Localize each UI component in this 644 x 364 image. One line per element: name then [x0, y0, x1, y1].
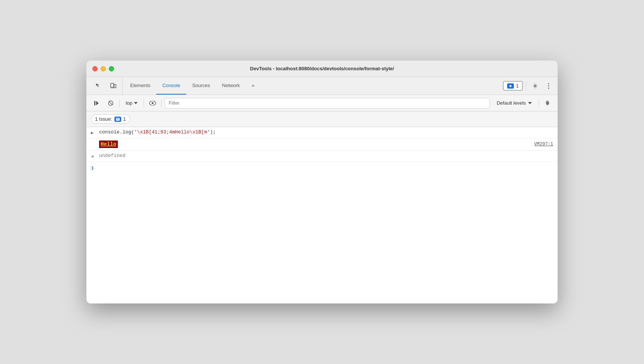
- console-log-row: ▶ console.log('\x1B[41;93;4mHello\x1B[m'…: [86, 127, 558, 138]
- svg-rect-1: [114, 84, 116, 88]
- titlebar: DevTools - localhost:8080/docs/devtools/…: [86, 61, 558, 77]
- context-selector[interactable]: top: [123, 99, 141, 107]
- svg-marker-7: [96, 101, 99, 105]
- issues-badge-count: 1: [516, 83, 519, 89]
- tab-console[interactable]: Console: [156, 77, 186, 95]
- console-toolbar: top Default levels: [86, 95, 558, 111]
- issues-label: 1 Issue:: [95, 116, 112, 122]
- context-label: top: [126, 100, 132, 106]
- issues-count-pill: 1: [123, 116, 126, 122]
- vm-link[interactable]: VM297:1: [534, 142, 553, 147]
- clear-console-button[interactable]: [91, 98, 102, 109]
- svg-rect-6: [94, 101, 95, 105]
- svg-point-3: [548, 83, 549, 84]
- inspect-icon: [95, 83, 102, 89]
- issues-bar: 1 Issue: 1: [86, 111, 558, 127]
- separator3: [161, 99, 162, 107]
- gear-icon: [532, 83, 539, 89]
- chat-icon: ■: [507, 83, 514, 89]
- svg-line-9: [109, 101, 112, 104]
- filter-input[interactable]: [165, 98, 490, 108]
- play-icon: [93, 100, 99, 106]
- default-levels-button[interactable]: Default levels: [493, 99, 536, 107]
- separator: [526, 81, 526, 90]
- vertical-dots-icon: [548, 83, 549, 89]
- block-icon: [108, 100, 114, 106]
- tab-network[interactable]: Network: [216, 77, 246, 95]
- settings-button[interactable]: [529, 80, 541, 92]
- default-levels-label: Default levels: [497, 100, 526, 106]
- console-output: ▶ console.log('\x1B[41;93;4mHello\x1B[m'…: [86, 127, 558, 303]
- more-options-button[interactable]: [543, 80, 555, 92]
- device-icon: [110, 83, 117, 89]
- expand-arrow[interactable]: ▶: [91, 130, 96, 136]
- devtools-window: DevTools - localhost:8080/docs/devtools/…: [86, 61, 558, 303]
- svg-point-4: [548, 85, 549, 86]
- eye-icon: [149, 101, 156, 105]
- svg-marker-12: [528, 102, 532, 104]
- levels-dropdown-icon: [528, 102, 532, 104]
- prompt-chevron: ❯: [91, 165, 94, 171]
- console-code: console.log('\x1B[41;93;4mHello\x1B[m');: [99, 129, 553, 135]
- dropdown-arrow-icon: [134, 102, 138, 104]
- device-toolbar-button[interactable]: [107, 80, 119, 92]
- issues-badge-pill: [114, 117, 121, 122]
- inspect-element-button[interactable]: [92, 80, 104, 92]
- console-hello-row: Hello VM297:1: [86, 138, 558, 151]
- tabbar-right: ■ 1: [503, 77, 555, 95]
- svg-point-11: [152, 102, 154, 104]
- chat-bubble-icon: [116, 118, 120, 121]
- traffic-lights: [92, 66, 114, 71]
- settings-gear-icon: [545, 100, 551, 106]
- console-input-row[interactable]: ❯: [86, 162, 558, 174]
- svg-rect-15: [116, 119, 118, 119]
- tabbar-left-icons: [89, 77, 123, 95]
- svg-marker-10: [134, 102, 138, 104]
- close-button[interactable]: [92, 66, 98, 71]
- tab-sources[interactable]: Sources: [186, 77, 216, 95]
- tabbar: Elements Console Sources Network » ■ 1: [86, 77, 558, 95]
- separator: [119, 99, 120, 107]
- svg-rect-14: [116, 118, 119, 118]
- maximize-button[interactable]: [109, 66, 114, 71]
- undefined-text: undefined: [99, 153, 125, 158]
- minimize-button[interactable]: [101, 66, 106, 71]
- window-title: DevTools - localhost:8080/docs/devtools/…: [250, 66, 394, 71]
- svg-point-5: [548, 87, 549, 89]
- separator4: [539, 99, 539, 107]
- eye-button[interactable]: [147, 98, 158, 109]
- separator2: [144, 99, 144, 107]
- hello-output: Hello: [99, 141, 118, 148]
- tab-more[interactable]: »: [246, 77, 260, 95]
- console-settings-button[interactable]: [542, 98, 553, 109]
- tab-elements[interactable]: Elements: [124, 77, 156, 95]
- return-arrow: ◀: [91, 154, 96, 159]
- no-icon-button[interactable]: [105, 98, 116, 109]
- issues-pill-button[interactable]: 1 Issue: 1: [91, 114, 130, 124]
- issues-badge-button[interactable]: ■ 1: [503, 81, 523, 90]
- console-undefined-row: ◀ undefined: [86, 151, 558, 162]
